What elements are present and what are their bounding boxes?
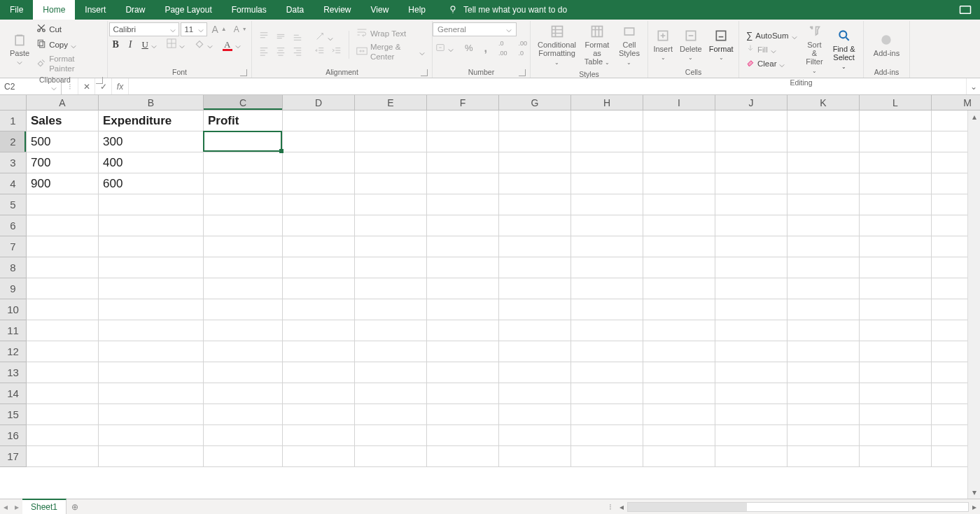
cell[interactable] [283,383,355,404]
cell[interactable] [27,257,99,278]
cell[interactable] [788,425,860,446]
row-header[interactable]: 9 [0,278,27,299]
cell[interactable] [643,320,715,341]
column-header[interactable]: E [355,95,427,110]
cell[interactable] [427,215,499,236]
dialog-launcher-icon[interactable] [421,69,428,76]
row-header[interactable]: 17 [0,446,27,467]
scroll-up-icon[interactable]: ▴ [968,110,980,123]
tab-formulas[interactable]: Formulas [222,0,276,20]
vertical-scrollbar[interactable]: ▴ ▾ [967,110,980,499]
column-header[interactable]: I [643,95,715,110]
cell[interactable] [715,320,788,341]
cell[interactable] [788,341,860,362]
cell[interactable] [643,194,715,215]
cell[interactable] [788,299,860,320]
cell[interactable] [427,425,499,446]
cell[interactable] [860,194,932,215]
row-header[interactable]: 13 [0,362,27,383]
sort-filter-button[interactable]: Sort &Filter ⌄ [802,22,828,77]
hscroll-split-icon[interactable]: ⁝ [605,499,616,514]
cell[interactable] [788,131,860,152]
cell[interactable] [283,194,355,215]
cell[interactable] [355,194,427,215]
cell[interactable] [355,152,427,173]
cell[interactable] [715,131,788,152]
cell[interactable] [643,215,715,236]
cell[interactable]: Sales [27,110,99,131]
cut-button[interactable]: Cut [34,22,103,36]
cell[interactable] [788,446,860,467]
cell[interactable] [571,404,643,425]
fill-color-button[interactable] [192,38,216,51]
horizontal-scrollbar[interactable]: ◂ ▸ [616,499,980,514]
cell[interactable] [715,257,788,278]
cell[interactable] [860,404,932,425]
paste-button[interactable]: Paste [7,31,32,66]
column-header[interactable]: C [204,95,283,110]
cell[interactable] [427,236,499,257]
conditional-formatting-button[interactable]: ConditionalFormatting ⌄ [535,22,579,69]
find-select-button[interactable]: Find &Select ⌄ [829,27,859,73]
cell[interactable] [643,173,715,194]
cell[interactable] [643,152,715,173]
cell[interactable] [355,404,427,425]
column-header[interactable]: J [715,95,788,110]
cell[interactable] [715,236,788,257]
cell[interactable] [27,194,99,215]
merge-center-button[interactable]: Merge & Center [354,41,428,62]
cell[interactable] [27,362,99,383]
row-header[interactable]: 7 [0,236,27,257]
cell[interactable] [99,383,204,404]
scroll-right-icon[interactable]: ▸ [969,502,980,512]
tab-view[interactable]: View [361,0,399,20]
format-cells-button[interactable]: Format⌄ [706,27,736,62]
cell[interactable] [427,362,499,383]
accounting-format-button[interactable] [433,42,456,55]
cell[interactable] [204,320,283,341]
decrease-indent-button[interactable] [312,45,328,59]
dialog-launcher-icon[interactable] [96,77,103,84]
cell[interactable] [27,320,99,341]
cell[interactable] [204,299,283,320]
cell[interactable] [715,110,788,131]
scroll-down-icon[interactable]: ▾ [968,486,980,499]
cell[interactable] [99,257,204,278]
expand-formula-bar-button[interactable]: ⌄ [966,78,980,94]
cell[interactable] [499,215,571,236]
share-icon[interactable] [951,0,980,20]
cell[interactable] [499,173,571,194]
cell[interactable] [860,110,932,131]
cell[interactable] [283,236,355,257]
percent-button[interactable]: % [462,43,476,54]
cell[interactable] [860,173,932,194]
cell[interactable] [283,320,355,341]
row-header[interactable]: 8 [0,257,27,278]
cell[interactable] [643,362,715,383]
decrease-font-button[interactable]: A▼ [231,24,250,35]
cell[interactable] [204,278,283,299]
tell-me-search[interactable]: Tell me what you want to do [448,0,567,20]
row-header[interactable]: 10 [0,299,27,320]
cell[interactable] [499,152,571,173]
cell[interactable] [860,446,932,467]
cell[interactable] [204,173,283,194]
cell[interactable] [283,446,355,467]
cell[interactable] [99,362,204,383]
align-right-button[interactable] [290,45,305,59]
cell[interactable] [499,383,571,404]
cell[interactable] [283,215,355,236]
cell[interactable] [788,362,860,383]
increase-indent-button[interactable] [329,45,344,59]
cell[interactable] [283,278,355,299]
cell[interactable] [204,215,283,236]
row-header[interactable]: 6 [0,215,27,236]
column-header[interactable]: H [571,95,643,110]
cell[interactable] [27,383,99,404]
cell[interactable] [427,341,499,362]
format-as-table-button[interactable]: Format asTable ⌄ [580,22,614,69]
cell[interactable] [99,404,204,425]
cell[interactable] [643,425,715,446]
cell[interactable] [643,236,715,257]
cell[interactable] [427,173,499,194]
